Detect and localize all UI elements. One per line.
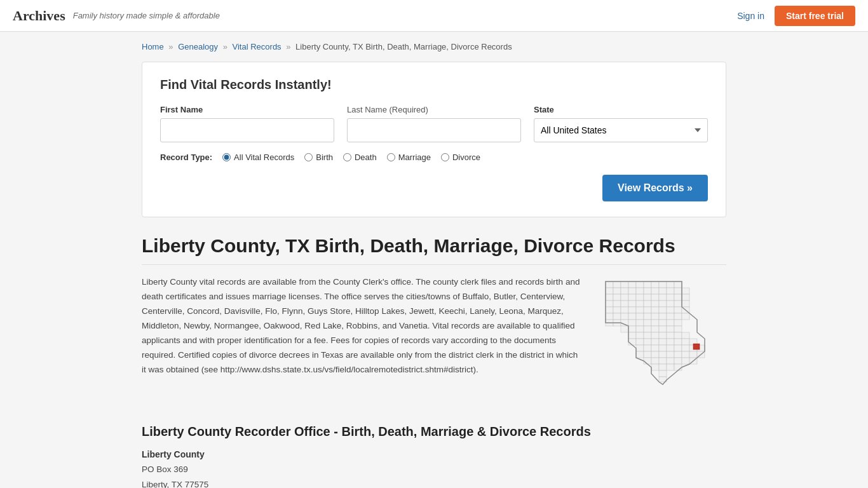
page-title: Liberty County, TX Birth, Death, Marriag… (142, 235, 726, 257)
svg-rect-50 (659, 307, 667, 313)
svg-rect-35 (628, 301, 636, 307)
view-records-button[interactable]: View Records » (602, 175, 708, 201)
last-name-input[interactable] (347, 118, 521, 142)
svg-rect-18 (667, 288, 674, 294)
svg-rect-7 (659, 281, 667, 288)
svg-rect-62 (667, 313, 674, 320)
start-trial-button[interactable]: Start free trial (775, 6, 855, 26)
svg-rect-111 (651, 351, 659, 358)
texas-map-container (599, 275, 726, 404)
svg-rect-19 (674, 288, 682, 294)
radio-all-input[interactable] (222, 153, 231, 161)
svg-rect-26 (644, 294, 651, 301)
main-content: Home » Genealogy » Vital Records » Liber… (129, 32, 739, 488)
svg-rect-0 (606, 281, 613, 288)
page-description: Liberty County vital records are availab… (142, 275, 584, 404)
first-name-input[interactable] (160, 118, 334, 142)
radio-divorce-input[interactable] (441, 153, 449, 161)
radio-birth-input[interactable] (304, 153, 313, 161)
svg-rect-105 (674, 345, 682, 351)
state-select[interactable]: All United States Alabama Alaska Arizona… (534, 118, 708, 142)
svg-rect-5 (644, 281, 651, 288)
radio-divorce-label: Divorce (452, 152, 480, 162)
breadcrumb-genealogy[interactable]: Genealogy (178, 42, 218, 51)
svg-rect-85 (644, 332, 651, 339)
svg-rect-110 (644, 351, 651, 358)
svg-rect-20 (682, 288, 689, 294)
breadcrumb: Home » Genealogy » Vital Records » Liber… (142, 42, 726, 51)
svg-rect-30 (674, 294, 682, 301)
recorder-section: Liberty County Recorder Office - Birth, … (142, 424, 726, 488)
svg-rect-80 (659, 326, 667, 332)
svg-rect-106 (682, 345, 689, 351)
svg-rect-86 (651, 332, 659, 339)
svg-rect-61 (659, 313, 667, 320)
svg-rect-95 (659, 339, 667, 345)
radio-divorce[interactable]: Divorce (441, 152, 480, 162)
sign-in-link[interactable]: Sign in (737, 11, 764, 21)
radio-all-vital[interactable]: All Vital Records (222, 152, 294, 162)
first-name-group: First Name (160, 105, 334, 142)
breadcrumb-vital-records[interactable]: Vital Records (233, 42, 281, 51)
svg-rect-48 (644, 307, 651, 313)
svg-rect-13 (628, 288, 636, 294)
svg-rect-28 (659, 294, 667, 301)
svg-rect-114 (674, 351, 682, 358)
svg-rect-96 (667, 339, 674, 345)
svg-rect-49 (651, 307, 659, 313)
radio-death[interactable]: Death (343, 152, 377, 162)
svg-rect-8 (667, 281, 674, 288)
svg-rect-72 (659, 320, 667, 326)
svg-rect-2 (621, 281, 628, 288)
breadcrumb-sep-1: » (168, 42, 173, 51)
svg-rect-129 (659, 370, 667, 377)
svg-rect-122 (674, 358, 682, 364)
svg-rect-98 (682, 339, 689, 345)
svg-rect-1 (613, 281, 621, 288)
svg-rect-9 (674, 281, 682, 288)
svg-rect-97 (674, 339, 682, 345)
header-right: Sign in Start free trial (737, 6, 855, 26)
radio-birth-label: Birth (316, 152, 333, 162)
search-footer: View Records » (160, 175, 708, 201)
svg-rect-112 (659, 351, 667, 358)
svg-rect-119 (651, 358, 659, 364)
svg-rect-57 (628, 313, 636, 320)
radio-death-input[interactable] (343, 153, 351, 161)
svg-rect-59 (644, 313, 651, 320)
svg-rect-34 (621, 301, 628, 307)
svg-rect-27 (651, 294, 659, 301)
svg-rect-36 (636, 301, 644, 307)
svg-rect-113 (667, 351, 674, 358)
svg-rect-40 (667, 301, 674, 307)
svg-rect-56 (621, 313, 628, 320)
texas-map-svg (599, 275, 726, 402)
radio-marriage-input[interactable] (387, 153, 395, 161)
radio-marriage[interactable]: Marriage (387, 152, 431, 162)
svg-rect-126 (659, 364, 667, 370)
svg-rect-15 (644, 288, 651, 294)
svg-rect-94 (651, 339, 659, 345)
svg-rect-63 (674, 313, 682, 320)
svg-rect-83 (628, 332, 636, 339)
svg-rect-10 (606, 288, 613, 294)
svg-rect-82 (674, 326, 682, 332)
svg-rect-90 (682, 332, 689, 339)
svg-rect-127 (667, 364, 674, 370)
svg-rect-60 (651, 313, 659, 320)
svg-rect-109 (636, 351, 644, 358)
radio-birth[interactable]: Birth (304, 152, 333, 162)
svg-rect-29 (667, 294, 674, 301)
svg-rect-44 (613, 307, 621, 313)
svg-rect-17 (659, 288, 667, 294)
svg-rect-87 (659, 332, 667, 339)
svg-rect-55 (613, 313, 621, 320)
svg-rect-41 (674, 301, 682, 307)
breadcrumb-sep-3: » (286, 42, 290, 51)
record-type-label: Record Type: (160, 152, 212, 162)
last-name-label: Last Name (Required) (347, 105, 521, 114)
svg-rect-31 (682, 294, 689, 301)
breadcrumb-home[interactable]: Home (142, 42, 164, 51)
svg-rect-52 (674, 307, 682, 313)
svg-rect-69 (636, 320, 644, 326)
